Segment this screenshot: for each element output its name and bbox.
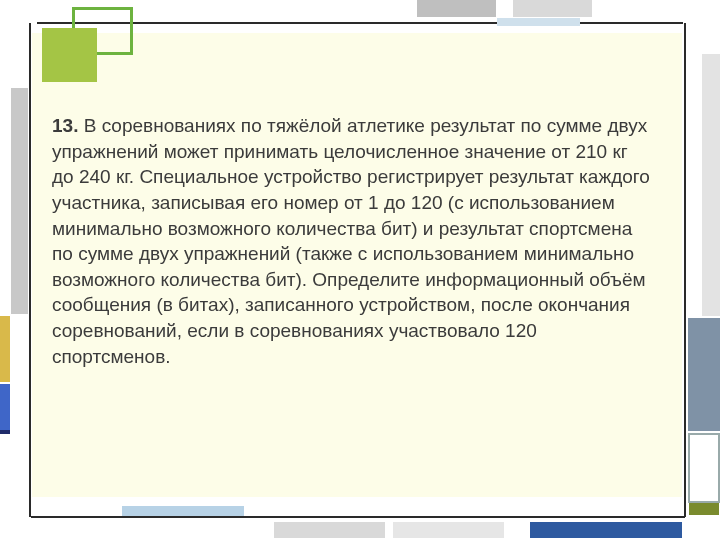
deco-olive-square [42, 28, 97, 82]
problem-paragraph: 13. В соревнованиях по тяжёлой атлетике … [52, 113, 652, 369]
frame-right-line [684, 23, 686, 517]
problem-text: В соревнованиях по тяжёлой атлетике резу… [52, 115, 650, 367]
deco-left-blue [0, 384, 10, 434]
frame-left-line [29, 23, 31, 517]
deco-bottom-grey-1 [274, 522, 385, 538]
slide-canvas: 13. В соревнованиях по тяжёлой атлетике … [0, 0, 720, 540]
deco-right-steel [688, 318, 720, 431]
deco-top-grey-2 [513, 0, 592, 17]
deco-right-grey [702, 54, 720, 316]
deco-right-white [688, 433, 720, 503]
deco-right-olive [689, 503, 719, 515]
frame-top-line [37, 22, 683, 24]
problem-number: 13. [52, 115, 78, 136]
content-card: 13. В соревнованиях по тяжёлой атлетике … [32, 33, 682, 497]
deco-left-grey [11, 88, 28, 314]
deco-bottom-grey-2 [393, 522, 504, 538]
deco-left-mustard [0, 316, 10, 382]
deco-top-ltblue [497, 18, 580, 26]
deco-top-grey-1 [417, 0, 496, 17]
frame-bottom-line [31, 516, 685, 518]
deco-bottom-cyan [122, 506, 244, 516]
deco-bottom-dkblue [530, 522, 682, 538]
